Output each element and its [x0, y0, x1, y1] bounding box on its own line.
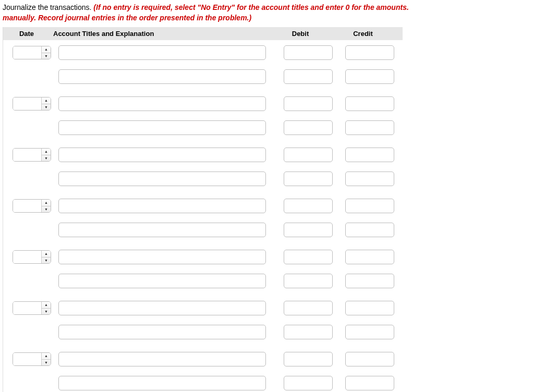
- credit-input[interactable]: [345, 45, 394, 60]
- entry-line-2: [3, 318, 403, 347]
- date-stepper[interactable]: ▲▼: [13, 301, 51, 315]
- credit-input[interactable]: [345, 274, 394, 288]
- entry-line-1: ▲▼: [3, 193, 403, 216]
- credit-input[interactable]: [345, 301, 394, 315]
- debit-input[interactable]: [284, 148, 333, 162]
- instruction-text: Journalize the transactions. (If no entr…: [3, 3, 534, 23]
- account-title-input[interactable]: [58, 172, 266, 186]
- stepper-up-icon[interactable]: ▲: [42, 302, 51, 309]
- date-input[interactable]: [13, 251, 41, 263]
- debit-input[interactable]: [284, 325, 333, 339]
- debit-input[interactable]: [284, 223, 333, 237]
- date-stepper[interactable]: ▲▼: [13, 97, 51, 111]
- date-stepper[interactable]: ▲▼: [13, 148, 51, 162]
- date-input[interactable]: [13, 302, 41, 314]
- entry-line-1: ▲▼: [3, 142, 403, 165]
- stepper-buttons: ▲▼: [41, 302, 51, 314]
- stepper-buttons: ▲▼: [41, 353, 51, 365]
- date-stepper[interactable]: ▲▼: [13, 46, 51, 59]
- debit-input[interactable]: [284, 120, 333, 135]
- stepper-up-icon[interactable]: ▲: [42, 97, 51, 104]
- stepper-up-icon[interactable]: ▲: [42, 149, 51, 155]
- entry-line-1: ▲▼: [3, 91, 403, 114]
- entry-line-1: ▲▼: [3, 244, 403, 267]
- debit-input[interactable]: [284, 45, 333, 60]
- credit-input[interactable]: [345, 148, 394, 162]
- date-input[interactable]: [13, 149, 41, 161]
- entry-line-1: ▲▼: [3, 40, 403, 63]
- stepper-down-icon[interactable]: ▼: [42, 104, 51, 111]
- account-title-input[interactable]: [58, 120, 266, 135]
- stepper-down-icon[interactable]: ▼: [42, 155, 51, 162]
- journal-entry: ▲▼: [3, 296, 403, 347]
- account-title-input[interactable]: [58, 148, 266, 162]
- debit-input[interactable]: [284, 250, 333, 264]
- journal-entry: ▲▼: [3, 193, 403, 244]
- credit-input[interactable]: [345, 69, 394, 84]
- account-title-input[interactable]: [58, 96, 266, 111]
- entry-line-2: [3, 63, 403, 91]
- date-input[interactable]: [13, 97, 41, 110]
- table-header: Date Account Titles and Explanation Debi…: [3, 27, 403, 40]
- credit-input[interactable]: [345, 172, 394, 186]
- stepper-up-icon[interactable]: ▲: [42, 200, 51, 206]
- date-input[interactable]: [13, 200, 41, 212]
- entry-line-1: ▲▼: [3, 347, 403, 370]
- debit-input[interactable]: [284, 376, 333, 390]
- stepper-down-icon[interactable]: ▼: [42, 360, 51, 366]
- debit-input[interactable]: [284, 172, 333, 186]
- date-stepper[interactable]: ▲▼: [13, 250, 51, 264]
- stepper-up-icon[interactable]: ▲: [42, 251, 51, 258]
- credit-input[interactable]: [345, 96, 394, 111]
- stepper-up-icon[interactable]: ▲: [42, 46, 51, 53]
- instruction-emph-1: (If no entry is required, select "No Ent…: [91, 3, 408, 11]
- credit-input[interactable]: [345, 250, 394, 264]
- account-title-input[interactable]: [58, 301, 266, 315]
- stepper-down-icon[interactable]: ▼: [42, 53, 51, 59]
- entry-line-2: [3, 216, 403, 244]
- stepper-buttons: ▲▼: [41, 200, 51, 212]
- journal-entry: ▲▼: [3, 40, 403, 91]
- stepper-buttons: ▲▼: [41, 251, 51, 263]
- stepper-down-icon[interactable]: ▼: [42, 206, 51, 213]
- account-title-input[interactable]: [58, 69, 266, 84]
- debit-input[interactable]: [284, 352, 333, 366]
- stepper-buttons: ▲▼: [41, 97, 51, 110]
- debit-input[interactable]: [284, 199, 333, 213]
- debit-input[interactable]: [284, 301, 333, 315]
- date-stepper[interactable]: ▲▼: [13, 352, 51, 366]
- header-debit: Debit: [269, 30, 332, 38]
- stepper-down-icon[interactable]: ▼: [42, 258, 51, 264]
- credit-input[interactable]: [345, 325, 394, 339]
- entry-line-2: [3, 267, 403, 296]
- credit-input[interactable]: [345, 352, 394, 366]
- debit-input[interactable]: [284, 96, 333, 111]
- stepper-down-icon[interactable]: ▼: [42, 309, 51, 315]
- account-title-input[interactable]: [58, 250, 266, 264]
- credit-input[interactable]: [345, 376, 394, 390]
- stepper-buttons: ▲▼: [41, 46, 51, 59]
- credit-input[interactable]: [345, 223, 394, 237]
- instruction-lead: Journalize the transactions.: [3, 3, 91, 11]
- date-input[interactable]: [13, 353, 41, 365]
- debit-input[interactable]: [284, 274, 333, 288]
- account-title-input[interactable]: [58, 223, 266, 237]
- account-title-input[interactable]: [58, 274, 266, 288]
- date-input[interactable]: [13, 46, 41, 59]
- journal-entry: ▲▼: [3, 244, 403, 296]
- header-date: Date: [3, 30, 50, 38]
- date-stepper[interactable]: ▲▼: [13, 199, 51, 213]
- credit-input[interactable]: [345, 199, 394, 213]
- account-title-input[interactable]: [58, 45, 266, 60]
- account-title-input[interactable]: [58, 199, 266, 213]
- entry-line-2: [3, 165, 403, 193]
- journal-table: Date Account Titles and Explanation Debi…: [3, 27, 403, 392]
- account-title-input[interactable]: [58, 352, 266, 366]
- account-title-input[interactable]: [58, 325, 266, 339]
- journal-entry: ▲▼: [3, 347, 403, 392]
- account-title-input[interactable]: [58, 376, 266, 390]
- instruction-emph-2: manually. Record journal entries in the …: [3, 14, 251, 22]
- credit-input[interactable]: [345, 120, 394, 135]
- debit-input[interactable]: [284, 69, 333, 84]
- stepper-up-icon[interactable]: ▲: [42, 353, 51, 360]
